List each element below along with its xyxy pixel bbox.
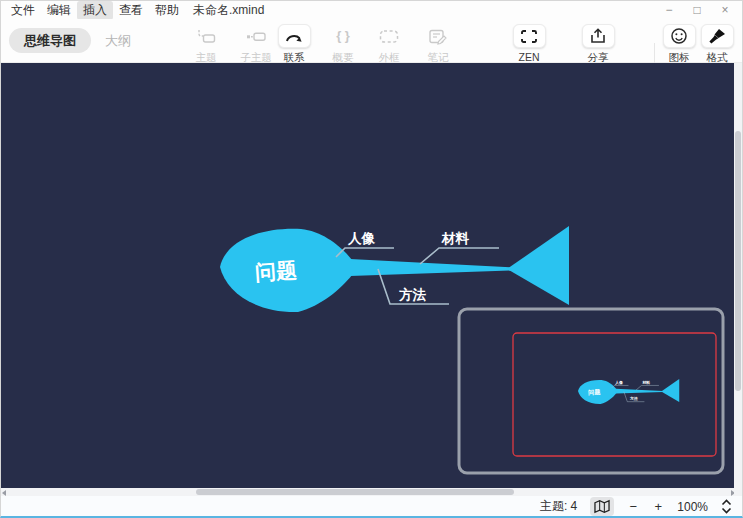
- xmind-window: 文件 编辑 插入 查看 帮助 未命名.xmind − □ × 思维导图 大纲 主…: [0, 0, 743, 518]
- vertical-scrollbar[interactable]: [734, 63, 742, 488]
- menu-file[interactable]: 文件: [5, 1, 41, 20]
- menu-help[interactable]: 帮助: [149, 1, 185, 20]
- status-bar: 主题: 4 − + 100%: [1, 496, 742, 517]
- note-button[interactable]: 笔记: [415, 24, 461, 65]
- boundary-icon: [373, 24, 406, 48]
- format-brush-icon: [701, 24, 734, 48]
- fishbone-diagram: 问题 人像 材料 方法: [220, 226, 569, 312]
- horizontal-scrollbar-thumb[interactable]: [196, 489, 514, 495]
- zoom-out-button[interactable]: −: [627, 499, 639, 514]
- fishbone-spine: [350, 259, 513, 276]
- topic-count: 主题: 4: [540, 498, 577, 515]
- share-button[interactable]: 分享: [575, 24, 621, 65]
- mindmap-canvas[interactable]: 问题 人像 材料 方法: [1, 63, 736, 488]
- vertical-scrollbar-thumb[interactable]: [735, 131, 741, 391]
- tab-mindmap[interactable]: 思维导图: [9, 28, 91, 53]
- toolbar: 思维导图 大纲 主题 子主题: [1, 19, 742, 63]
- format-button[interactable]: 格式: [694, 24, 740, 65]
- zoom-in-button[interactable]: +: [652, 499, 664, 514]
- topic-button[interactable]: 主题: [183, 24, 229, 65]
- scroll-left-icon[interactable]: [2, 490, 6, 496]
- horizontal-scrollbar[interactable]: [1, 488, 736, 496]
- menu-insert[interactable]: 插入: [77, 1, 113, 20]
- share-icon: [582, 24, 615, 48]
- relationship-icon: [278, 24, 311, 48]
- summary-button[interactable]: { } 概要: [320, 24, 366, 65]
- document-title: 未命名.xmind: [193, 2, 264, 19]
- relationship-button[interactable]: 联系: [271, 24, 317, 65]
- chevron-up-down-icon: [721, 499, 732, 514]
- svg-text:{ }: { }: [336, 28, 350, 43]
- menu-view[interactable]: 查看: [113, 1, 149, 20]
- zen-icon: [513, 24, 546, 48]
- tab-outline[interactable]: 大纲: [105, 32, 131, 50]
- maximize-icon[interactable]: □: [690, 3, 704, 17]
- boundary-button[interactable]: 外框: [366, 24, 412, 65]
- zen-button-label: ZEN: [519, 51, 540, 63]
- summary-icon: { }: [327, 24, 360, 48]
- map-icon: [593, 499, 611, 514]
- minimap-toggle-button[interactable]: [590, 497, 614, 516]
- emoji-icon: [663, 24, 696, 48]
- fishbone-tail[interactable]: [507, 226, 569, 305]
- branch-label-bottom-1[interactable]: 方法: [398, 287, 427, 302]
- zoom-stepper[interactable]: [721, 499, 732, 514]
- minimap-panel[interactable]: [459, 309, 723, 473]
- scrollbar-corner: [734, 488, 742, 496]
- menu-edit[interactable]: 编辑: [41, 1, 77, 20]
- menu-bar: 文件 编辑 插入 查看 帮助 未命名.xmind − □ ×: [1, 1, 742, 19]
- branch-label-top-1[interactable]: 人像: [347, 231, 376, 246]
- zoom-level: 100%: [677, 500, 708, 514]
- view-tabs: 思维导图 大纲: [9, 28, 131, 53]
- minimize-icon[interactable]: −: [662, 3, 676, 17]
- subtopic-icon: [240, 24, 273, 48]
- topic-icon: [190, 24, 223, 48]
- zen-button[interactable]: ZEN: [506, 24, 552, 63]
- note-icon: [422, 24, 455, 48]
- branch-line-cailiao: [420, 248, 499, 264]
- close-icon[interactable]: ×: [718, 3, 732, 17]
- window-controls: − □ ×: [662, 1, 738, 18]
- branch-label-top-2[interactable]: 材料: [441, 231, 470, 246]
- root-topic-label[interactable]: 问题: [254, 258, 298, 284]
